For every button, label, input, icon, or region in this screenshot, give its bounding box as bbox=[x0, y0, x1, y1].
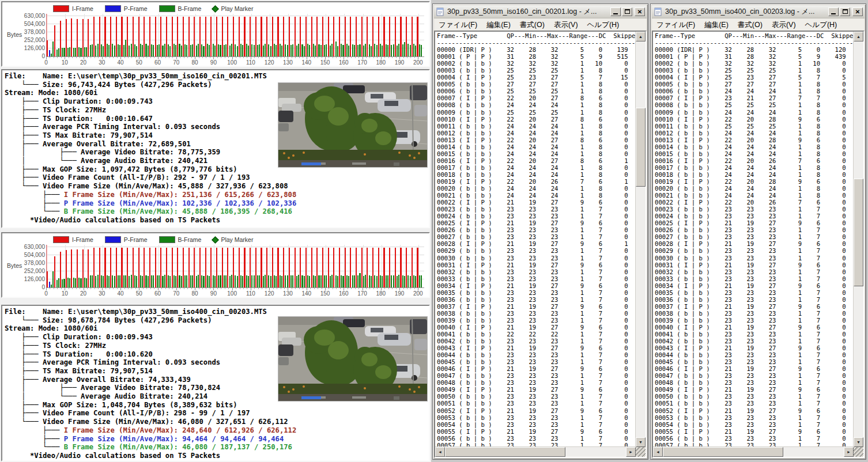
b-frame-bar bbox=[280, 44, 281, 56]
x-minor-tick bbox=[277, 57, 277, 58]
i-frame-bar bbox=[400, 17, 401, 56]
scroll-down-button[interactable]: ▼ bbox=[854, 437, 863, 447]
b-frame-bar bbox=[114, 46, 115, 56]
minimize-button[interactable] bbox=[828, 7, 839, 16]
b-frame-bar bbox=[97, 275, 99, 287]
menu-item[interactable]: 編集(E) bbox=[700, 19, 733, 31]
x-tick-label: 0 bbox=[39, 59, 53, 66]
i-frame-bar bbox=[277, 248, 278, 287]
b-frame-bar bbox=[402, 44, 403, 56]
scroll-left-button[interactable]: ◄ bbox=[653, 447, 663, 457]
x-minor-tick bbox=[117, 288, 118, 289]
b-frame-bar bbox=[148, 46, 149, 56]
i-frame-bar bbox=[104, 248, 105, 287]
b-frame-bar bbox=[51, 285, 52, 287]
b-frame-bar bbox=[190, 45, 191, 56]
title-bar[interactable]: 30p_pv33_50mm_iso160_cin_00201.log - メ..… bbox=[434, 5, 647, 18]
scroll-up-button[interactable]: ▲ bbox=[854, 32, 863, 41]
i-frame-bar bbox=[82, 19, 84, 56]
resize-grip[interactable] bbox=[854, 447, 863, 457]
maximize-button[interactable] bbox=[840, 7, 850, 16]
x-minor-tick bbox=[377, 57, 378, 58]
vertical-scrollbar[interactable]: ▲ ▼ bbox=[635, 32, 646, 447]
b-frame-bar bbox=[179, 275, 180, 287]
title-bar[interactable]: 30p_pv33_50mm_iso400_cin_00203.log - メ..… bbox=[652, 5, 865, 18]
x-minor-tick bbox=[384, 288, 385, 289]
b-frame-bar bbox=[386, 44, 387, 56]
horizontal-scrollbar[interactable]: ◄ ► bbox=[653, 446, 854, 457]
info-line: I Frame Size (Min/Ave/Max): 251,136 / 61… bbox=[64, 191, 297, 199]
scroll-right-button[interactable]: ► bbox=[844, 447, 854, 457]
log-content: Frame--Type QP---Min---Max---Range---DC … bbox=[435, 32, 646, 449]
x-minor-tick bbox=[322, 288, 322, 289]
b-frame-bar bbox=[251, 44, 252, 56]
legend-label: P-Frame bbox=[124, 236, 148, 243]
minimize-button[interactable] bbox=[610, 7, 621, 16]
close-button[interactable]: ✕ bbox=[635, 7, 645, 16]
info-line: │ └─── Average Audio Bitrate: 240,214 bbox=[5, 392, 207, 400]
log-text-area[interactable]: Frame--Type QP---Min---Max---Range---DC … bbox=[652, 31, 865, 458]
scroll-left-button[interactable]: ◄ bbox=[435, 447, 445, 457]
b-frame-bar bbox=[209, 45, 210, 56]
scroll-down-button[interactable]: ▼ bbox=[636, 437, 646, 447]
x-minor-tick bbox=[113, 57, 114, 58]
log-text-area[interactable]: Frame--Type QP---Min---Max---Range---DC … bbox=[434, 31, 647, 458]
horizontal-scrollbar[interactable]: ◄ ► bbox=[435, 446, 636, 457]
resize-grip[interactable] bbox=[636, 447, 646, 457]
vertical-scroll-thumb[interactable] bbox=[636, 108, 646, 187]
b-frame-bar bbox=[63, 279, 65, 287]
x-minor-tick bbox=[373, 288, 374, 289]
b-frame-bar bbox=[341, 44, 342, 56]
b-frame-bar bbox=[225, 44, 227, 56]
x-tick-label: 20 bbox=[77, 290, 90, 297]
horizontal-scroll-thumb[interactable] bbox=[445, 447, 565, 457]
i-frame-bar bbox=[104, 17, 105, 56]
vertical-scroll-thumb[interactable] bbox=[854, 179, 863, 286]
close-button[interactable]: ✕ bbox=[852, 7, 863, 16]
x-minor-tick bbox=[369, 57, 370, 58]
x-minor-tick bbox=[358, 57, 359, 58]
b-frame-bar bbox=[173, 275, 175, 287]
info-line: ├─── Clip Duration: 0:00:09.943 bbox=[5, 333, 153, 341]
b-frame-bar bbox=[158, 44, 160, 56]
x-tick-label: 170 bbox=[356, 290, 369, 297]
maximize-button[interactable] bbox=[622, 7, 632, 16]
menu-item[interactable]: ファイル(F) bbox=[434, 19, 482, 31]
b-frame-bar bbox=[125, 275, 126, 287]
b-frame-bar bbox=[382, 46, 383, 56]
b-frame-bar bbox=[246, 44, 247, 56]
b-frame-bar bbox=[84, 278, 85, 287]
i-frame-bar bbox=[227, 248, 228, 287]
x-minor-tick bbox=[180, 288, 180, 289]
menu-item[interactable]: 表示(V) bbox=[549, 19, 583, 31]
menu-item[interactable]: 書式(O) bbox=[515, 19, 549, 31]
scroll-right-button[interactable]: ► bbox=[626, 447, 636, 457]
scroll-up-button[interactable]: ▲ bbox=[636, 32, 646, 41]
vertical-scrollbar[interactable]: ▲ ▼ bbox=[853, 32, 863, 447]
legend-label: B-Frame bbox=[178, 236, 202, 243]
i-frame-bar bbox=[339, 17, 340, 56]
b-frame-bar bbox=[268, 275, 269, 287]
x-minor-tick bbox=[50, 57, 50, 58]
x-minor-tick bbox=[98, 57, 99, 58]
menu-item[interactable]: ヘルプ(H) bbox=[801, 19, 842, 31]
horizontal-scroll-thumb[interactable] bbox=[663, 447, 783, 457]
x-minor-tick bbox=[199, 288, 199, 289]
x-minor-tick bbox=[299, 57, 300, 58]
menu-item[interactable]: ヘルプ(H) bbox=[583, 19, 624, 31]
notepad-window-2: 30p_pv33_50mm_iso400_cin_00203.log - メ..… bbox=[650, 3, 866, 460]
menu-item[interactable]: 書式(O) bbox=[733, 19, 767, 31]
menu-item[interactable]: 編集(E) bbox=[482, 19, 515, 31]
analyzer-region: I-FrameP-FrameB-FramePlay MarkerBytes012… bbox=[0, 0, 431, 462]
b-frame-bar bbox=[365, 275, 366, 287]
menu-item[interactable]: ファイル(F) bbox=[652, 19, 700, 31]
menu-item[interactable]: 表示(V) bbox=[767, 19, 801, 31]
x-minor-tick bbox=[310, 288, 311, 289]
play-marker-swatch bbox=[212, 5, 220, 13]
b-frame-bar bbox=[63, 48, 65, 56]
y-tick-label: 252,000 bbox=[5, 37, 45, 43]
x-minor-tick bbox=[191, 288, 192, 289]
x-minor-tick bbox=[281, 288, 281, 289]
y-tick-label: 504,000 bbox=[5, 21, 45, 27]
x-tick-label: 180 bbox=[374, 59, 388, 66]
